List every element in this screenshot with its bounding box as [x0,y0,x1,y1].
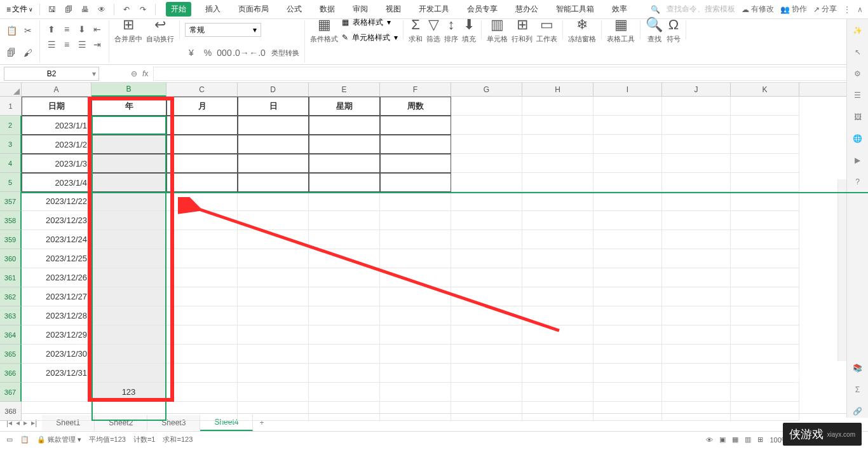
indent-inc-icon[interactable]: ⇥ [91,38,104,51]
cell[interactable] [662,364,731,383]
cell[interactable] [166,173,238,192]
cell[interactable] [662,402,731,421]
cell[interactable] [593,135,662,154]
cell[interactable] [522,402,593,421]
align-bot-icon[interactable]: ⬇ [76,23,88,36]
cut-icon[interactable]: ✂ [22,24,34,37]
find-button[interactable]: 🔍查找 [646,17,663,44]
cell[interactable] [731,116,799,135]
cell[interactable] [522,154,593,173]
cell[interactable]: 2023/12/31 [22,364,92,383]
cell[interactable]: 2023/12/28 [22,306,92,325]
cell[interactable] [380,173,451,192]
cell[interactable]: 年 [92,97,166,116]
row-header[interactable]: 362 [0,287,22,306]
cell[interactable]: 日期 [22,97,92,116]
indent-dec-icon[interactable]: ⇤ [91,23,104,36]
cell[interactable] [22,383,92,402]
cell[interactable] [166,154,238,173]
cell[interactable] [522,345,593,364]
cell[interactable] [662,211,731,230]
cell[interactable] [309,364,380,383]
file-menu[interactable]: ≡文件∨ [5,3,34,16]
cell[interactable] [731,402,799,421]
cell[interactable] [380,402,451,421]
search-icon[interactable]: 🔍 [651,5,660,14]
row-header[interactable]: 4 [0,154,22,173]
formula-input[interactable] [153,67,863,81]
cell[interactable] [92,345,166,364]
cell[interactable] [238,135,309,154]
cell[interactable] [380,116,451,135]
rowcol-button[interactable]: ⊞行和列 [512,17,532,44]
row-header[interactable]: 1 [0,97,22,116]
cell[interactable] [593,383,662,402]
cell[interactable] [593,306,662,325]
tab-layout[interactable]: 页面布局 [234,1,273,17]
row-header[interactable]: 367 [0,383,22,402]
cell[interactable]: 日 [238,97,309,116]
col-E[interactable]: E [309,83,380,97]
cell[interactable]: 2023/12/24 [22,230,92,249]
cell[interactable] [309,173,380,192]
acct-mgmt[interactable]: 🔒 账款管理 ▾ [37,435,81,444]
cell[interactable] [593,364,662,383]
share-button[interactable]: ↗ 分享 [813,4,837,15]
tab-formula[interactable]: 公式 [283,1,306,17]
eye-icon[interactable]: 👁 [706,436,713,444]
cell[interactable] [166,364,238,383]
cell[interactable] [662,306,731,325]
sp-list-icon[interactable]: ☰ [851,89,864,102]
coop-button[interactable]: 👥 协作 [780,4,807,15]
tab-member[interactable]: 会员专享 [463,1,501,17]
redo-icon[interactable]: ↷ [136,3,150,17]
filter-button[interactable]: ▽筛选 [426,17,440,44]
print-icon[interactable]: 🖶 [78,3,92,17]
copy-icon[interactable]: 🗐 [5,46,18,59]
col-B[interactable]: B [92,83,166,97]
cell[interactable] [662,173,731,192]
sp-image-icon[interactable]: 🖼 [851,111,864,123]
cell[interactable] [731,154,799,173]
cell[interactable] [451,345,522,364]
cell[interactable]: 2023/12/23 [22,211,92,230]
col-D[interactable]: D [238,83,309,97]
cell[interactable] [92,249,166,268]
cell[interactable] [309,383,380,402]
align-center-icon[interactable]: ≡ [60,38,73,51]
clipboard-icon[interactable]: 📋 [20,435,29,444]
tab-eff[interactable]: 效率 [608,1,631,17]
tab-start[interactable]: 开始 [166,2,191,17]
cell[interactable] [380,345,451,364]
sort-button[interactable]: ↕排序 [444,17,458,44]
cell[interactable]: 2023/12/30 [22,345,92,364]
row-header[interactable]: 365 [0,345,22,364]
cell[interactable] [593,154,662,173]
cell[interactable] [593,287,662,306]
fill-button[interactable]: ⬇填充 [462,17,476,44]
cells-button[interactable]: ▥单元格 [487,17,508,44]
cell[interactable] [380,135,451,154]
select-all-corner[interactable] [0,83,22,96]
cell[interactable] [662,154,731,173]
row-header[interactable]: 364 [0,325,22,345]
currency-icon[interactable]: ¥ [185,46,198,59]
sp-help-icon[interactable]: ? [851,175,864,188]
cell[interactable]: 2023/12/27 [22,287,92,306]
cell[interactable] [731,135,799,154]
cell[interactable] [451,154,522,173]
more-icon[interactable]: ⋮ [843,5,851,14]
cell[interactable] [92,268,166,287]
cell[interactable] [92,116,166,135]
col-J[interactable]: J [662,83,731,97]
cell[interactable] [309,135,380,154]
format-painter-icon[interactable]: 🖌 [22,46,34,59]
col-F[interactable]: F [380,83,451,97]
cell[interactable]: 月 [166,97,238,116]
row-header[interactable]: 366 [0,364,22,383]
cell[interactable] [662,135,731,154]
cell[interactable]: 2023/1/4 [22,173,92,192]
cell[interactable] [451,364,522,383]
freeze-button[interactable]: ❄冻结窗格 [568,17,596,44]
cell[interactable] [309,345,380,364]
